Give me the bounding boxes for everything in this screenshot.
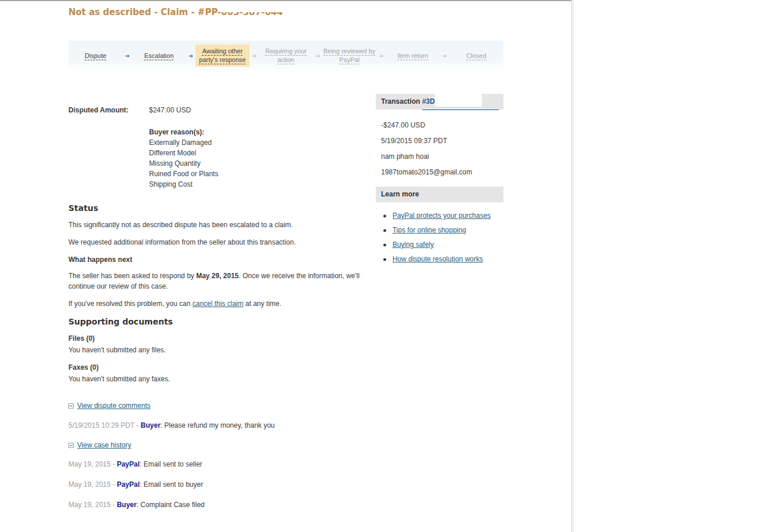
step-arrow-icon: ➔ — [313, 53, 322, 59]
learn-more-item: ●PayPal protects your purchases — [383, 212, 503, 220]
view-dispute-comments-toggle[interactable]: View dispute comments — [68, 402, 382, 410]
bullet-icon: ● — [383, 241, 387, 248]
buyer-reasons-label: Buyer reason(s): — [149, 127, 382, 137]
history-actor: PayPal — [117, 480, 139, 489]
respond-date: May 29, 2015 — [196, 272, 238, 280]
learn-more-item: ●Tips for online shopping — [383, 226, 503, 234]
page-content-area: Not as described - Claim - #PP-003-387-6… — [0, 0, 572, 532]
faxes-count-label: Faxes (0) — [68, 363, 382, 371]
disputed-amount-row: Disputed Amount: $247.00 USD — [68, 106, 382, 114]
what-happens-next-heading: What happens next — [68, 256, 382, 264]
collapse-icon — [68, 403, 74, 409]
case-history-entry: May 19, 2015 - PayPal: Email sent to sel… — [68, 460, 382, 469]
bullet-icon: ● — [383, 212, 387, 219]
claim-id-redacted: 003-387-644 — [221, 7, 282, 17]
transaction-panel-header: Transaction #3D52477 — [376, 94, 503, 110]
bullet-icon: ● — [383, 227, 387, 234]
dispute-progress-bar: Dispute ➔ Escalation ➔ Awaiting other pa… — [68, 41, 503, 71]
redaction-overlay — [435, 88, 482, 107]
case-history-entry: May 19, 2015 - PayPal: Email sent to buy… — [68, 480, 382, 490]
learn-more-link[interactable]: Buying safely — [393, 241, 434, 249]
buyer-reason-item: Ruined Food or Plants — [149, 169, 382, 179]
step-closed: Closed — [449, 52, 503, 60]
learn-more-link[interactable]: How dispute resolution works — [393, 255, 483, 263]
transaction-id-link[interactable]: #3D52477 — [422, 94, 499, 110]
disputed-amount-label: Disputed Amount: — [68, 106, 149, 114]
view-case-history-toggle[interactable]: View case history — [68, 441, 382, 449]
transaction-amount: -$247.00 USD — [381, 121, 503, 130]
transaction-buyer-email: 1987tomato2015@gmail.com — [381, 167, 503, 177]
claim-details-column: Disputed Amount: $247.00 USD Buyer reaso… — [68, 106, 382, 510]
respond-by-paragraph: The seller has been asked to respond by … — [68, 271, 382, 291]
step-escalation: Escalation — [132, 52, 186, 60]
transaction-id-redacted: 52477 — [435, 94, 454, 110]
page-title-text: Not as described - Claim - #PP- — [68, 7, 221, 17]
step-arrow-icon: ➔ — [440, 53, 449, 59]
step-arrow-icon: ➔ — [122, 53, 132, 59]
learn-more-link[interactable]: PayPal protects your purchases — [393, 212, 491, 220]
buyer-reason-item: Shipping Cost — [149, 179, 382, 190]
step-arrow-icon: ➔ — [186, 53, 195, 59]
supporting-documents-heading: Supporting documents — [68, 317, 382, 326]
disputed-amount-value: $247.00 USD — [149, 106, 191, 114]
cancel-claim-link[interactable]: cancel this claim — [193, 300, 244, 308]
buyer-reason-item: Externally Damaged — [149, 137, 382, 148]
transaction-details: -$247.00 USD 5/19/2015 09:37 PDT nam pha… — [376, 121, 503, 177]
learn-more-item: ●How dispute resolution works — [383, 255, 503, 263]
files-count-label: Files (0) — [68, 334, 382, 342]
step-requiring-your-action: Requiring your action — [259, 47, 313, 64]
status-heading: Status — [68, 203, 382, 213]
learn-more-header: Learn more — [376, 187, 503, 202]
page-right-edge — [571, 0, 574, 532]
files-empty-text: You haven't submitted any files. — [68, 345, 382, 355]
transaction-datetime: 5/19/2015 09:37 PDT — [381, 136, 503, 145]
step-arrow-icon: ➔ — [249, 53, 259, 59]
comment-author: Buyer — [141, 421, 161, 429]
faxes-empty-text: You haven't submitted any faxes. — [68, 374, 382, 384]
dispute-comment-entry: 5/19/2015 10:29 PDT - Buyer: Please refu… — [68, 421, 382, 431]
buyer-reason-item: Different Model — [149, 148, 382, 158]
paypal-claim-page: Not as described - Claim - #PP-003-387-6… — [0, 0, 765, 532]
learn-more-link[interactable]: Tips for online shopping — [393, 226, 466, 234]
collapse-icon — [68, 443, 74, 448]
case-history-entry: May 19, 2015 - Buyer: Complaint Case fil… — [68, 500, 382, 510]
step-arrow-icon: ➔ — [376, 53, 386, 59]
redaction-overlay — [220, 5, 287, 12]
step-dispute: Dispute — [68, 52, 122, 60]
learn-more-list: ●PayPal protects your purchases ●Tips fo… — [376, 212, 503, 263]
status-paragraph: We requested additional information from… — [68, 237, 382, 247]
step-awaiting-other-party: Awaiting other party's response — [195, 41, 249, 71]
step-being-reviewed: Being reviewed by PayPal — [322, 47, 376, 64]
buyer-reasons: Buyer reason(s): Externally Damaged Diff… — [149, 127, 382, 190]
status-paragraph: This significantly not as described disp… — [68, 220, 382, 230]
step-item-return: Item return — [386, 52, 440, 60]
history-actor: PayPal — [117, 460, 139, 468]
learn-more-item: ●Buying safely — [383, 241, 503, 249]
transaction-sidebar: Transaction #3D52477 -$247.00 USD 5/19/2… — [376, 94, 503, 269]
bullet-icon: ● — [383, 256, 387, 263]
resolve-paragraph: If you've resolved this problem, you can… — [68, 298, 382, 309]
history-actor: Buyer — [117, 501, 136, 509]
page-title: Not as described - Claim - #PP-003-387-6… — [68, 7, 283, 17]
buyer-reason-item: Missing Quantity — [149, 158, 382, 169]
transaction-buyer-name: nam pham hoai — [381, 152, 503, 161]
